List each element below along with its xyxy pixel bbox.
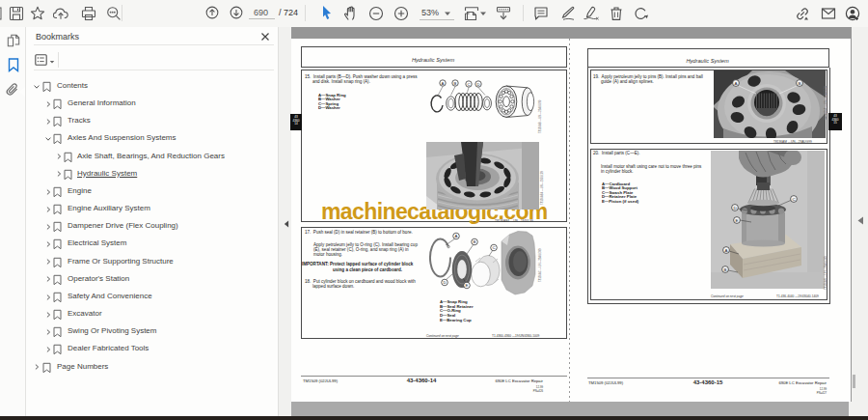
svg-text:A: A [455, 234, 458, 238]
svg-text:C: C [467, 82, 470, 87]
svg-text:A: A [442, 81, 445, 86]
svg-text:B: B [799, 81, 801, 86]
svg-text:A: A [725, 248, 728, 253]
svg-text:A: A [735, 81, 738, 86]
svg-text:D: D [476, 82, 479, 87]
svg-text:B: B [454, 81, 457, 86]
svg-text:E: E [736, 218, 739, 223]
svg-text:D: D [443, 280, 446, 285]
svg-text:B: B [474, 239, 476, 244]
svg-text:C: C [492, 245, 495, 250]
svg-text:C: C [792, 197, 795, 202]
svg-text:B: B [724, 267, 727, 272]
svg-text:D: D [733, 206, 736, 210]
svg-text:E: E [466, 283, 469, 288]
